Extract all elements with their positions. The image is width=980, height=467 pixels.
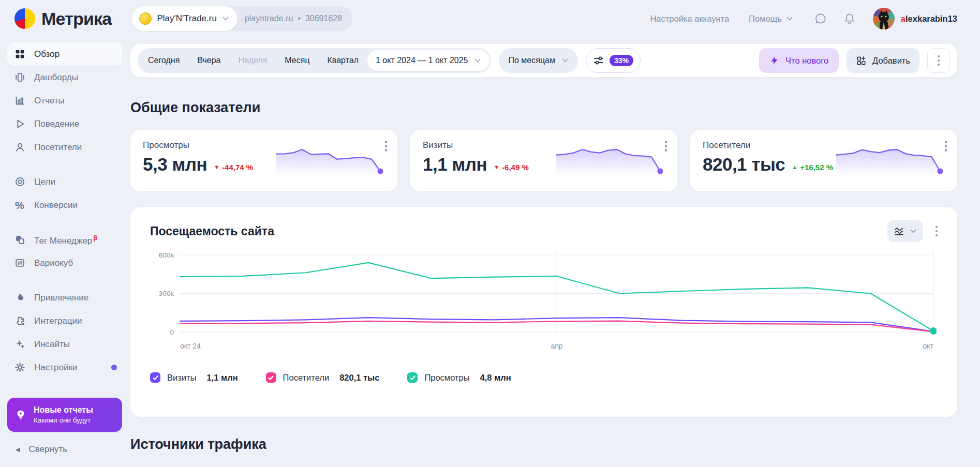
toolbar-menu-button[interactable] [927, 48, 950, 73]
counter-switcher: Play'N'Trade.ru playntrade.ru • 30691628 [132, 6, 352, 31]
sidebar-item-label: Дашборды [34, 72, 78, 83]
metrika-logo-text: Метрика [41, 9, 111, 29]
sidebar-item-integrations[interactable]: Интеграции [7, 309, 122, 333]
triangle-down-icon: ▼ [214, 164, 219, 170]
collapse-sidebar-button[interactable]: ◀ Свернуть [7, 439, 122, 460]
period-yesterday[interactable]: Вчера [188, 50, 229, 71]
top-bar: Метрика Play'N'Trade.ru playntrade.ru • … [0, 0, 980, 37]
granularity-value: По месяцам [508, 56, 555, 65]
checkbox-checked-icon[interactable] [266, 372, 276, 383]
period-today[interactable]: Сегодня [139, 50, 188, 71]
notifications-button[interactable] [841, 10, 858, 27]
metric-cards-row: Просмотры 5,3 млн ▼-44,74 % Визиты 1,1 м… [130, 130, 957, 191]
whats-new-button[interactable]: Что нового [759, 48, 839, 73]
sidebar-item-behavior[interactable]: Поведение [7, 112, 122, 135]
metric-value: 1,1 млн [423, 154, 487, 175]
overview-section-title: Общие показатели [130, 100, 957, 116]
chevron-down-icon [786, 15, 793, 22]
metric-delta: ▼-44,74 % [214, 163, 253, 172]
kebab-icon [938, 55, 940, 66]
sidebar-item-overview[interactable]: Обзор [7, 42, 122, 66]
triangle-down-icon: ▼ [494, 164, 499, 170]
period-month[interactable]: Месяц [276, 50, 318, 71]
sidebar-divider [8, 432, 121, 433]
date-range-picker[interactable]: 1 окт 2024 — 1 окт 2025 [367, 50, 489, 71]
metric-card-views[interactable]: Просмотры 5,3 млн ▼-44,74 % [130, 130, 397, 191]
metric-card-visits[interactable]: Визиты 1,1 млн ▼-6,49 % [410, 130, 677, 191]
card-menu-button[interactable] [385, 141, 388, 152]
metrika-logo[interactable]: Метрика [14, 8, 111, 29]
sparkles-icon [14, 339, 25, 350]
sidebar-item-label: Интеграции [34, 316, 82, 326]
chevron-down-icon [222, 15, 229, 22]
sparkline-chart [273, 146, 384, 177]
counter-select[interactable]: Play'N'Trade.ru [132, 6, 237, 31]
chart-menu-button[interactable] [936, 226, 938, 237]
sidebar-item-acquisition[interactable]: Привлечение [7, 286, 122, 309]
sidebar-item-label: Инсайты [34, 339, 70, 350]
visitors-icon [14, 142, 25, 153]
sidebar-item-label: Цели [34, 177, 55, 187]
legend-item-pageviews[interactable]: Просмотры 4,8 млн [407, 372, 511, 383]
sidebar: Обзор Дашборды Отчеты Поведение Посетите… [0, 37, 129, 467]
sidebar-item-settings[interactable]: Настройки [7, 356, 122, 379]
checkbox-checked-icon[interactable] [407, 372, 418, 383]
sidebar-item-tag-manager[interactable]: Тег Менеджерβ [7, 228, 122, 251]
chart-title: Посещаемость сайта [150, 224, 274, 238]
add-widget-button[interactable]: Добавить [847, 48, 919, 73]
chevron-down-icon [561, 57, 569, 64]
metrika-logo-icon [14, 8, 35, 29]
sampling-badge: 33% [610, 55, 633, 66]
traffic-line-chart[interactable]: 600k300k0окт 24апрокт [150, 245, 937, 365]
user-name: alexkarabin13 [901, 14, 957, 24]
traffic-sources-section-title: Источники трафика [130, 436, 957, 453]
beta-badge: β [93, 234, 97, 242]
sampling-button[interactable]: 33% [586, 48, 641, 73]
chat-bubble-icon [814, 12, 827, 25]
card-menu-button[interactable] [945, 141, 947, 152]
lightning-bolt-icon [769, 55, 780, 66]
granularity-select[interactable]: По месяцам [499, 48, 577, 73]
user-menu[interactable]: alexkarabin13 [873, 8, 957, 29]
sidebar-item-goals[interactable]: Цели [7, 170, 122, 193]
sidebar-item-reports[interactable]: Отчеты [7, 89, 122, 112]
new-reports-promo-card[interactable]: Новые отчеты Какими они будут [7, 398, 122, 432]
help-label: Помощь [749, 14, 782, 24]
period-quarter[interactable]: Квартал [319, 50, 367, 71]
legend-item-visits[interactable]: Визиты 1,1 млн [150, 372, 238, 383]
metric-delta: ▲+16,52 % [792, 163, 833, 172]
gear-icon [14, 362, 25, 373]
legend-item-visitors[interactable]: Посетители 820,1 тыс [266, 372, 380, 383]
sidebar-item-label: Обзор [34, 49, 60, 59]
date-range-value: 1 окт 2024 — 1 окт 2025 [376, 56, 468, 65]
checkbox-checked-icon[interactable] [150, 372, 160, 383]
chart-legend: Визиты 1,1 млн Посетители 820,1 тыс Прос… [150, 372, 938, 383]
percent-icon: % [14, 200, 25, 211]
messages-button[interactable] [812, 10, 829, 27]
sparkline-chart [833, 146, 944, 177]
counter-separator: • [298, 14, 301, 23]
account-settings-link[interactable]: Настройка аккаунта [650, 14, 729, 24]
sidebar-item-insights[interactable]: Инсайты [7, 333, 122, 356]
flame-icon [14, 292, 25, 304]
chevron-down-icon [474, 57, 481, 64]
sidebar-item-variocube[interactable]: Вариокуб [7, 251, 122, 275]
help-menu[interactable]: Помощь [749, 14, 793, 24]
card-menu-button[interactable] [665, 141, 667, 152]
sidebar-item-label: Тег Менеджерβ [34, 234, 97, 246]
sidebar-item-conversions[interactable]: % Конверсии [7, 193, 122, 217]
bell-icon [843, 12, 856, 25]
cat-avatar-icon [873, 8, 895, 29]
sidebar-item-visitors[interactable]: Посетители [7, 135, 122, 159]
settings-notification-dot [111, 365, 117, 370]
variocube-icon [14, 258, 25, 269]
chart-type-select[interactable] [887, 220, 923, 242]
period-week[interactable]: Неделя [230, 50, 276, 71]
metrika-app: Метрика Play'N'Trade.ru playntrade.ru • … [0, 0, 980, 467]
sidebar-item-label: Настройки [34, 363, 77, 373]
svg-text:окт: окт [923, 342, 934, 350]
sidebar-item-dashboards[interactable]: Дашборды [7, 66, 122, 89]
sidebar-item-label: Поведение [34, 119, 79, 129]
metric-card-visitors[interactable]: Посетители 820,1 тыс ▲+16,52 % [690, 130, 957, 191]
goals-icon [14, 176, 25, 188]
